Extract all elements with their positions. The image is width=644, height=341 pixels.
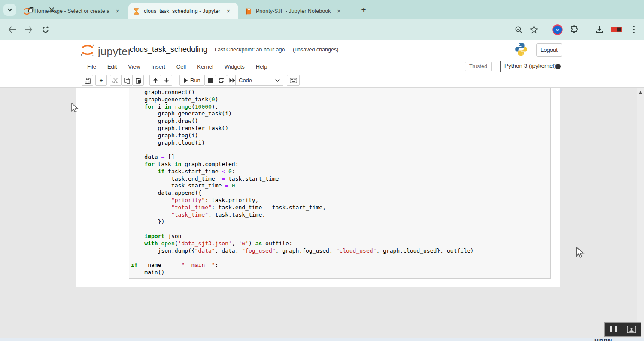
code-token: == (171, 262, 178, 268)
trusted-badge[interactable]: Trusted (465, 62, 492, 71)
page-scrollbar[interactable] (637, 88, 644, 341)
code-token (171, 103, 175, 110)
webcam-view-button[interactable] (623, 323, 641, 336)
cell-type-value: Code (239, 77, 252, 84)
bookmark-button[interactable] (527, 23, 541, 36)
tab-clous-task-scheduling[interactable]: clous_task_scheduling - Jupyter × (128, 3, 238, 19)
code-token: i (155, 103, 164, 110)
code-token (131, 240, 144, 247)
code-line: if __name__ == "__main__": (131, 262, 549, 269)
chevron-down-icon (7, 8, 12, 12)
code-token: : (215, 262, 219, 268)
logout-label: Logout (541, 47, 558, 53)
code-line: graph.transfer_task() (131, 125, 549, 132)
back-arrow-icon (8, 26, 16, 33)
code-token: graph.transfer_task() (131, 125, 228, 131)
cut-cell-button[interactable] (110, 75, 122, 86)
menu-view[interactable]: View (122, 61, 146, 72)
code-token: in (164, 103, 171, 110)
tab-title: Home Page - Select or create a (34, 8, 109, 14)
scrollbar-up-arrow[interactable] (638, 91, 643, 94)
extensions-button[interactable] (568, 23, 581, 36)
paste-cell-button[interactable] (132, 75, 144, 86)
move-cell-up-button[interactable] (149, 75, 161, 86)
code-token: import (144, 233, 164, 239)
reload-button[interactable] (39, 23, 52, 36)
tab-close-icon[interactable]: × (335, 7, 343, 15)
partial-overlay-text: MPRN (594, 338, 612, 341)
forward-button[interactable] (21, 23, 35, 36)
kernel-separator (500, 61, 501, 72)
code-token: task.start_time (225, 175, 279, 182)
code-line (131, 226, 549, 233)
zoom-button[interactable] (512, 23, 526, 36)
tab-close-icon[interactable]: × (225, 7, 232, 15)
menu-edit[interactable]: Edit (102, 61, 122, 72)
tab-close-icon[interactable]: × (114, 7, 122, 15)
code-line: with open('data_sjf3.json', 'w') as outf… (131, 240, 549, 247)
code-token: json (164, 233, 181, 239)
jupyter-header: jupyter clous_task_scheduling Last Check… (0, 40, 644, 60)
kernel-busy-indicator (556, 64, 561, 69)
menu-insert[interactable]: Insert (146, 61, 171, 72)
notebook-title[interactable]: clous_task_scheduling (130, 45, 207, 54)
save-button[interactable] (82, 75, 93, 86)
code-token: ) (215, 96, 219, 103)
code-token: : task.end_time (212, 204, 265, 211)
downloads-button[interactable] (592, 23, 606, 36)
run-cell-button[interactable]: Run (179, 75, 205, 86)
tab-home-page[interactable]: Home Page - Select or create a × (19, 3, 126, 19)
jupyter-ring-icon (23, 8, 30, 15)
code-token: task.end_time (131, 175, 219, 182)
add-cell-button[interactable]: + (95, 75, 107, 86)
code-token: task.start_time (131, 182, 225, 189)
tab-title: clous_task_scheduling - Jupyter (144, 8, 220, 14)
code-line: graph.fog(i) (131, 132, 549, 139)
code-token: outfile: (262, 240, 292, 247)
back-button[interactable] (5, 23, 19, 36)
code-token (131, 233, 144, 239)
code-token: __name__ (138, 262, 171, 268)
code-token: 0 (228, 168, 232, 175)
code-line: graph.generate_task(0) (131, 96, 549, 103)
jupyter-logo[interactable]: jupyter (80, 43, 132, 57)
code-cell-input[interactable]: graph.connect() graph.generate_task(0) f… (129, 88, 551, 279)
code-token: : graph.fog_used, (276, 247, 336, 254)
code-token: graph.draw() (131, 118, 198, 124)
pause-recording-button[interactable] (605, 323, 623, 336)
extension-badge-button[interactable] (610, 23, 623, 36)
infinity-extension-icon: ∞ (552, 24, 563, 35)
command-palette-button[interactable] (287, 75, 300, 86)
chevron-down-icon (275, 79, 280, 82)
recorder-control[interactable] (604, 322, 641, 337)
code-token: < (222, 168, 225, 175)
tab-separator (354, 6, 354, 14)
arrow-up-icon (153, 78, 158, 83)
svg-text:∞: ∞ (555, 27, 559, 33)
tab-priority-sjf[interactable]: Priority-SJF - Jupyter Notebook × (240, 3, 351, 19)
menu-file[interactable]: File (82, 61, 102, 72)
code-token (228, 182, 232, 189)
menu-cell[interactable]: Cell (171, 61, 191, 72)
keyboard-icon (290, 78, 297, 83)
restart-kernel-button[interactable] (216, 75, 227, 86)
notebook-menubar: File Edit View Insert Cell Kernel Widget… (0, 60, 644, 73)
browser-menu-button[interactable] (627, 23, 641, 36)
tab-search-button[interactable] (3, 4, 16, 16)
code-line: graph.cloud(i) (131, 139, 549, 147)
menu-help[interactable]: Help (250, 61, 273, 72)
extension-vpn-button[interactable]: ∞ (550, 23, 564, 36)
logout-button[interactable]: Logout (536, 43, 562, 57)
interrupt-kernel-button[interactable] (204, 75, 216, 86)
code-token: 'data_sjf3.json' (178, 240, 232, 247)
menu-kernel[interactable]: Kernel (191, 61, 219, 72)
kernel-name: Python 3 (ipykernel) (504, 63, 556, 69)
notebook-scroll-area[interactable]: graph.connect() graph.generate_task(0) f… (0, 88, 644, 341)
copy-cell-button[interactable] (121, 75, 133, 86)
new-tab-button[interactable]: + (358, 5, 369, 15)
cell-type-dropdown[interactable]: Code (235, 75, 283, 86)
move-cell-down-button[interactable] (161, 75, 172, 86)
code-token: "fog_used" (242, 247, 275, 254)
code-token: for (144, 161, 154, 167)
menu-widgets[interactable]: Widgets (219, 61, 250, 72)
